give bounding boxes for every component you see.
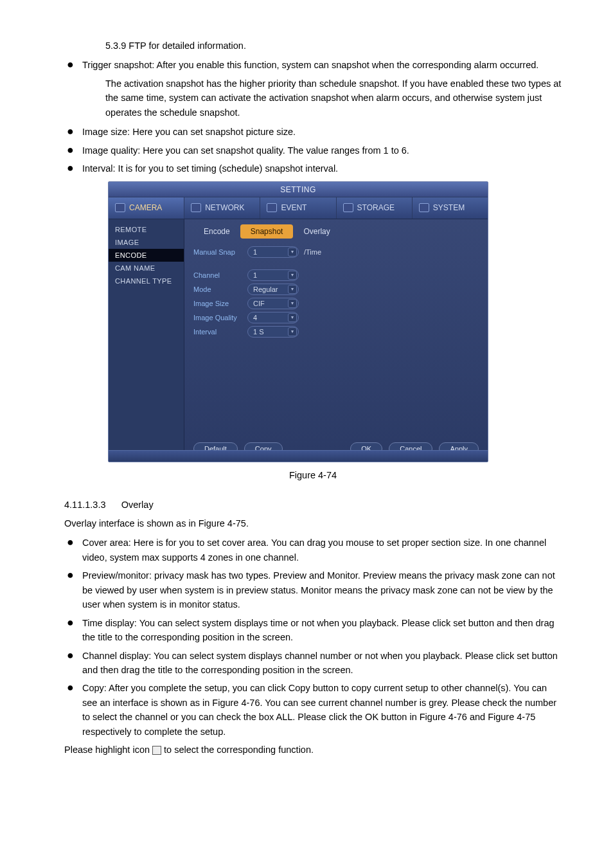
- chevron-down-icon: ▾: [288, 248, 297, 257]
- dropdown-value: Regular: [253, 285, 278, 293]
- dropdown-value: 4: [253, 314, 257, 321]
- row-channel: Channel 1 ▾: [193, 269, 479, 281]
- highlight-text-1: Please highlight icon: [64, 745, 152, 755]
- camera-icon: [115, 203, 125, 212]
- dropdown-value: 1: [253, 248, 257, 256]
- navtab-label: EVENT: [281, 203, 306, 212]
- navtab-label: SYSTEM: [433, 203, 465, 212]
- dropdown-value: 1 S: [253, 328, 264, 336]
- bullet-cover-area: Cover area: Here is for you to set cover…: [82, 536, 562, 565]
- bullet-channel-display: Channel display: You can select system d…: [82, 649, 562, 678]
- subtab-overlay[interactable]: Overlay: [293, 224, 340, 239]
- dropdown-image-quality[interactable]: 4 ▾: [247, 312, 299, 323]
- storage-icon: [343, 203, 353, 212]
- bullet-dot: ●: [64, 143, 82, 158]
- navtab-system[interactable]: SYSTEM: [413, 197, 488, 219]
- chevron-down-icon: ▾: [288, 299, 297, 308]
- nav-tabs: CAMERA NETWORK EVENT STORAGE SYSTEM: [109, 197, 488, 219]
- dropdown-channel[interactable]: 1 ▾: [247, 269, 299, 281]
- dropdown-value: CIF: [253, 300, 265, 307]
- navtab-label: CAMERA: [129, 203, 162, 212]
- sidebar-item-cam-name[interactable]: CAM NAME: [109, 262, 184, 275]
- navtab-label: STORAGE: [357, 203, 395, 212]
- sub-tabs: Encode Snapshot Overlay: [193, 224, 479, 239]
- highlight-text-2: to select the corresponding function.: [164, 745, 314, 755]
- network-icon: [191, 203, 201, 212]
- label-interval: Interval: [193, 328, 242, 336]
- row-image-size: Image Size CIF ▾: [193, 298, 479, 309]
- navtab-event[interactable]: EVENT: [260, 197, 336, 219]
- row-manual-snap: Manual Snap 1 ▾ /Time: [193, 246, 479, 258]
- sidebar-item-encode[interactable]: ENCODE: [109, 249, 184, 262]
- navtab-storage[interactable]: STORAGE: [337, 197, 413, 219]
- navtab-camera[interactable]: CAMERA: [109, 197, 184, 219]
- dropdown-manual-snap[interactable]: 1 ▾: [247, 246, 299, 258]
- label-manual-snap: Manual Snap: [193, 248, 242, 256]
- chevron-down-icon: ▾: [288, 271, 297, 280]
- dropdown-value: 1: [253, 271, 257, 279]
- system-icon: [419, 203, 429, 212]
- bullet-dot: ●: [64, 125, 82, 139]
- bullet-dot: ●: [64, 58, 82, 72]
- dropdown-image-size[interactable]: CIF ▾: [247, 298, 299, 309]
- sidebar: REMOTE IMAGE ENCODE CAM NAME CHANNEL TYP…: [109, 219, 184, 462]
- intro-line-1: 5.3.9 FTP for detailed information.: [105, 39, 562, 53]
- bullet-image-quality: Image quality: Here you can set snapshot…: [82, 143, 562, 158]
- sidebar-item-channel-type[interactable]: CHANNEL TYPE: [109, 275, 184, 287]
- label-image-quality: Image Quality: [193, 314, 242, 321]
- row-interval: Interval 1 S ▾: [193, 326, 479, 338]
- section-title: Overlay: [121, 500, 154, 510]
- bullet-interval: Interval: It is for you to set timing (s…: [82, 161, 562, 176]
- chevron-down-icon: ▾: [288, 285, 297, 294]
- subtab-encode[interactable]: Encode: [193, 224, 240, 239]
- bullet-dot: ●: [64, 649, 82, 663]
- sidebar-item-image[interactable]: IMAGE: [109, 236, 184, 249]
- navtab-label: NETWORK: [205, 203, 244, 212]
- bullet-dot: ●: [64, 161, 82, 176]
- content-panel: Encode Snapshot Overlay Manual Snap 1 ▾ …: [184, 219, 488, 462]
- settings-window: SETTING CAMERA NETWORK EVENT STORAGE SYS…: [108, 181, 488, 462]
- section-number: 4.11.1.3.3: [64, 500, 106, 510]
- dropdown-interval[interactable]: 1 S ▾: [247, 326, 299, 338]
- highlight-line: Please highlight icon to select the corr…: [64, 743, 562, 757]
- label-image-size: Image Size: [193, 300, 242, 307]
- row-mode: Mode Regular ▾: [193, 284, 479, 295]
- bullet-dot: ●: [64, 616, 82, 630]
- section-heading: 4.11.1.3.3 Overlay: [64, 500, 562, 510]
- checkbox-icon: [152, 746, 161, 755]
- chevron-down-icon: ▾: [288, 313, 297, 322]
- bullet-preview-monitor: Preview/monitor: privacy mask has two ty…: [82, 568, 562, 611]
- window-title: SETTING: [109, 182, 488, 197]
- window-bottom-bar: [109, 450, 488, 462]
- figure-caption: Figure 4-74: [64, 470, 562, 480]
- suffix-time: /Time: [304, 248, 321, 256]
- bullet-copy: Copy: After you complete the setup, you …: [82, 681, 562, 739]
- intro-after-b1: The activation snapshot has the higher p…: [105, 77, 562, 120]
- chevron-down-icon: ▾: [288, 327, 297, 336]
- section-intro: Overlay interface is shown as in Figure …: [64, 516, 562, 530]
- dropdown-mode[interactable]: Regular ▾: [247, 284, 299, 295]
- event-icon: [267, 203, 277, 212]
- navtab-network[interactable]: NETWORK: [184, 197, 260, 219]
- bullet-time-display: Time display: You can select system disp…: [82, 616, 562, 645]
- label-channel: Channel: [193, 271, 242, 279]
- bullet-image-size: Image size: Here you can set snapshot pi…: [82, 125, 562, 139]
- bullet-dot: ●: [64, 536, 82, 550]
- label-mode: Mode: [193, 285, 242, 293]
- sidebar-item-remote[interactable]: REMOTE: [109, 223, 184, 236]
- bullet-dot: ●: [64, 568, 82, 583]
- row-image-quality: Image Quality 4 ▾: [193, 312, 479, 323]
- bullet-dot: ●: [64, 681, 82, 695]
- bullet-trigger-snapshot: Trigger snapshot: After you enable this …: [82, 58, 562, 72]
- subtab-snapshot[interactable]: Snapshot: [240, 224, 294, 239]
